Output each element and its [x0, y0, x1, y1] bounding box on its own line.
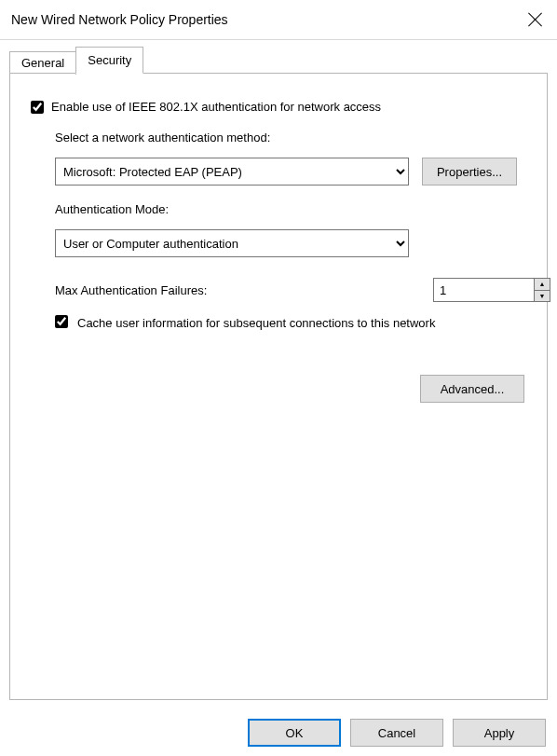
dialog-footer: OK Cancel Apply — [0, 709, 557, 756]
security-panel: Enable use of IEEE 802.1X authentication… — [9, 73, 548, 700]
advanced-button[interactable]: Advanced... — [420, 375, 524, 403]
max-failures-input[interactable] — [433, 278, 534, 302]
close-icon[interactable] — [527, 11, 544, 28]
row-auth-method-label: Select a network authentication method: — [55, 131, 526, 144]
client-area: General Security Enable use of IEEE 802.… — [0, 40, 557, 709]
window-title: New Wired Network Policy Properties — [11, 12, 228, 27]
enable-8021x-checkbox[interactable] — [31, 101, 44, 114]
row-auth-method: Microsoft: Protected EAP (PEAP) Properti… — [55, 158, 526, 186]
auth-mode-label: Authentication Mode: — [55, 202, 169, 216]
spinner-buttons: ▲ ▼ — [534, 278, 550, 302]
max-failures-label: Max Authentication Failures: — [55, 283, 207, 297]
apply-button[interactable]: Apply — [453, 719, 546, 747]
spinner-down-button[interactable]: ▼ — [534, 291, 550, 303]
row-max-failures: Max Authentication Failures: ▲ ▼ — [55, 278, 550, 302]
row-cache: Cache user information for subsequent co… — [55, 315, 502, 332]
tab-general[interactable]: General — [9, 51, 76, 75]
cache-checkbox[interactable] — [55, 315, 68, 328]
auth-method-dropdown[interactable]: Microsoft: Protected EAP (PEAP) — [55, 158, 409, 186]
row-auth-mode: User or Computer authentication — [55, 229, 526, 257]
ok-button[interactable]: OK — [248, 719, 341, 747]
auth-mode-dropdown[interactable]: User or Computer authentication — [55, 229, 409, 257]
dialog-window: New Wired Network Policy Properties Gene… — [0, 0, 557, 756]
tabstrip: General Security — [9, 48, 548, 74]
max-failures-spinner: ▲ ▼ — [433, 278, 550, 302]
row-advanced: Advanced... — [31, 375, 526, 403]
enable-8021x-label: Enable use of IEEE 802.1X authentication… — [51, 100, 381, 114]
auth-method-label: Select a network authentication method: — [55, 131, 270, 144]
properties-button[interactable]: Properties... — [422, 158, 517, 186]
spinner-up-button[interactable]: ▲ — [534, 278, 550, 291]
tab-security[interactable]: Security — [75, 47, 143, 74]
titlebar: New Wired Network Policy Properties — [0, 0, 557, 40]
cancel-button[interactable]: Cancel — [350, 719, 443, 747]
row-auth-mode-label: Authentication Mode: — [55, 202, 526, 216]
cache-label: Cache user information for subsequent co… — [77, 315, 435, 332]
row-enable-8021x: Enable use of IEEE 802.1X authentication… — [31, 100, 526, 114]
